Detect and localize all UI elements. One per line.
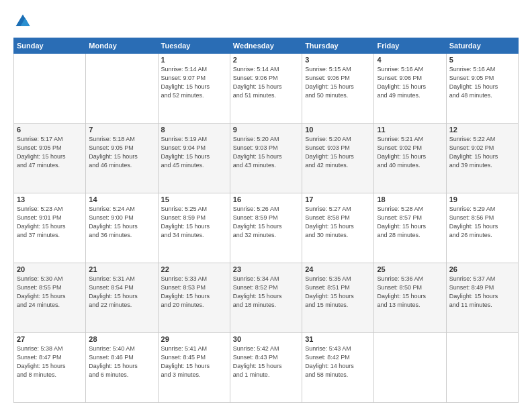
day-number: 20 [17, 265, 83, 273]
day-number: 28 [89, 335, 154, 343]
day-number: 21 [89, 265, 154, 273]
day-number: 15 [161, 195, 227, 203]
day-number: 24 [305, 265, 371, 273]
calendar-cell: 29Sunrise: 5:41 AM Sunset: 8:45 PM Dayli… [158, 333, 230, 403]
day-number: 30 [233, 335, 299, 343]
day-number: 19 [449, 195, 515, 203]
calendar-cell: 25Sunrise: 5:36 AM Sunset: 8:50 PM Dayli… [374, 263, 446, 333]
calendar-cell: 10Sunrise: 5:20 AM Sunset: 9:03 PM Dayli… [302, 124, 374, 193]
page: SundayMondayTuesdayWednesdayThursdayFrid… [0, 0, 532, 411]
day-info: Sunrise: 5:41 AM Sunset: 8:45 PM Dayligh… [161, 345, 227, 379]
calendar-cell: 7Sunrise: 5:18 AM Sunset: 9:05 PM Daylig… [86, 124, 158, 193]
calendar-body: 1Sunrise: 5:14 AM Sunset: 9:07 PM Daylig… [14, 54, 519, 403]
day-number: 14 [89, 195, 154, 203]
calendar-cell: 31Sunrise: 5:43 AM Sunset: 8:42 PM Dayli… [302, 333, 374, 403]
day-info: Sunrise: 5:31 AM Sunset: 8:54 PM Dayligh… [89, 275, 154, 310]
day-number: 4 [377, 56, 443, 64]
day-number: 13 [17, 195, 83, 203]
weekday-header-row: SundayMondayTuesdayWednesdayThursdayFrid… [14, 38, 519, 54]
day-number: 5 [449, 56, 515, 64]
calendar-cell: 20Sunrise: 5:30 AM Sunset: 8:55 PM Dayli… [14, 263, 86, 333]
weekday-header-friday: Friday [374, 38, 446, 54]
calendar-cell: 23Sunrise: 5:34 AM Sunset: 8:52 PM Dayli… [230, 263, 302, 333]
day-info: Sunrise: 5:20 AM Sunset: 9:03 PM Dayligh… [305, 135, 371, 170]
weekday-header-monday: Monday [86, 38, 158, 54]
calendar-cell: 6Sunrise: 5:17 AM Sunset: 9:05 PM Daylig… [14, 124, 86, 193]
day-info: Sunrise: 5:21 AM Sunset: 9:02 PM Dayligh… [377, 135, 443, 170]
day-info: Sunrise: 5:36 AM Sunset: 8:50 PM Dayligh… [377, 275, 443, 310]
calendar-cell: 15Sunrise: 5:25 AM Sunset: 8:59 PM Dayli… [158, 193, 230, 263]
day-info: Sunrise: 5:24 AM Sunset: 9:00 PM Dayligh… [89, 205, 154, 240]
day-number: 11 [377, 126, 443, 134]
day-number: 29 [161, 335, 227, 343]
calendar-cell: 5Sunrise: 5:16 AM Sunset: 9:05 PM Daylig… [446, 54, 518, 124]
day-number: 31 [305, 335, 371, 343]
day-info: Sunrise: 5:16 AM Sunset: 9:05 PM Dayligh… [449, 65, 515, 100]
day-info: Sunrise: 5:40 AM Sunset: 8:46 PM Dayligh… [89, 345, 154, 379]
day-number: 3 [305, 56, 371, 64]
calendar-cell: 8Sunrise: 5:19 AM Sunset: 9:04 PM Daylig… [158, 124, 230, 193]
day-info: Sunrise: 5:17 AM Sunset: 9:05 PM Dayligh… [17, 135, 83, 170]
calendar-cell: 4Sunrise: 5:16 AM Sunset: 9:06 PM Daylig… [374, 54, 446, 124]
day-info: Sunrise: 5:19 AM Sunset: 9:04 PM Dayligh… [161, 135, 227, 170]
day-info: Sunrise: 5:38 AM Sunset: 8:47 PM Dayligh… [17, 345, 83, 379]
day-number: 12 [449, 126, 515, 134]
calendar-cell: 11Sunrise: 5:21 AM Sunset: 9:02 PM Dayli… [374, 124, 446, 193]
week-row-4: 20Sunrise: 5:30 AM Sunset: 8:55 PM Dayli… [14, 263, 519, 333]
day-info: Sunrise: 5:37 AM Sunset: 8:49 PM Dayligh… [449, 275, 515, 310]
calendar-cell: 24Sunrise: 5:35 AM Sunset: 8:51 PM Dayli… [302, 263, 374, 333]
day-info: Sunrise: 5:18 AM Sunset: 9:05 PM Dayligh… [89, 135, 154, 170]
day-info: Sunrise: 5:34 AM Sunset: 8:52 PM Dayligh… [233, 275, 299, 310]
day-number: 9 [233, 126, 299, 134]
calendar-cell: 1Sunrise: 5:14 AM Sunset: 9:07 PM Daylig… [158, 54, 230, 124]
day-number: 6 [17, 126, 83, 134]
day-number: 23 [233, 265, 299, 273]
day-number: 7 [89, 126, 154, 134]
day-number: 25 [377, 265, 443, 273]
day-info: Sunrise: 5:16 AM Sunset: 9:06 PM Dayligh… [377, 65, 443, 100]
day-info: Sunrise: 5:30 AM Sunset: 8:55 PM Dayligh… [17, 275, 83, 310]
calendar-cell [446, 333, 518, 403]
calendar-cell [86, 54, 158, 124]
week-row-2: 6Sunrise: 5:17 AM Sunset: 9:05 PM Daylig… [14, 124, 519, 193]
calendar-cell: 12Sunrise: 5:22 AM Sunset: 9:02 PM Dayli… [446, 124, 518, 193]
calendar-cell: 27Sunrise: 5:38 AM Sunset: 8:47 PM Dayli… [14, 333, 86, 403]
calendar-cell: 21Sunrise: 5:31 AM Sunset: 8:54 PM Dayli… [86, 263, 158, 333]
calendar-cell: 19Sunrise: 5:29 AM Sunset: 8:56 PM Dayli… [446, 193, 518, 263]
day-info: Sunrise: 5:14 AM Sunset: 9:06 PM Dayligh… [233, 65, 299, 100]
calendar-cell: 2Sunrise: 5:14 AM Sunset: 9:06 PM Daylig… [230, 54, 302, 124]
weekday-header-saturday: Saturday [446, 38, 518, 54]
day-number: 22 [161, 265, 227, 273]
weekday-header-tuesday: Tuesday [158, 38, 230, 54]
calendar-cell: 9Sunrise: 5:20 AM Sunset: 9:03 PM Daylig… [230, 124, 302, 193]
day-info: Sunrise: 5:20 AM Sunset: 9:03 PM Dayligh… [233, 135, 299, 170]
calendar-cell: 26Sunrise: 5:37 AM Sunset: 8:49 PM Dayli… [446, 263, 518, 333]
calendar-cell: 30Sunrise: 5:42 AM Sunset: 8:43 PM Dayli… [230, 333, 302, 403]
calendar-cell: 3Sunrise: 5:15 AM Sunset: 9:06 PM Daylig… [302, 54, 374, 124]
weekday-header-thursday: Thursday [302, 38, 374, 54]
calendar-cell [14, 54, 86, 124]
calendar-cell: 13Sunrise: 5:23 AM Sunset: 9:01 PM Dayli… [14, 193, 86, 263]
day-info: Sunrise: 5:23 AM Sunset: 9:01 PM Dayligh… [17, 205, 83, 240]
calendar-cell [374, 333, 446, 403]
logo [13, 12, 35, 31]
weekday-header-sunday: Sunday [14, 38, 86, 54]
week-row-1: 1Sunrise: 5:14 AM Sunset: 9:07 PM Daylig… [14, 54, 519, 124]
day-number: 26 [449, 265, 515, 273]
day-number: 16 [233, 195, 299, 203]
day-number: 1 [161, 56, 227, 64]
calendar-cell: 16Sunrise: 5:26 AM Sunset: 8:59 PM Dayli… [230, 193, 302, 263]
day-info: Sunrise: 5:28 AM Sunset: 8:57 PM Dayligh… [377, 205, 443, 240]
day-number: 27 [17, 335, 83, 343]
day-info: Sunrise: 5:14 AM Sunset: 9:07 PM Dayligh… [161, 65, 227, 100]
calendar-cell: 17Sunrise: 5:27 AM Sunset: 8:58 PM Dayli… [302, 193, 374, 263]
day-info: Sunrise: 5:26 AM Sunset: 8:59 PM Dayligh… [233, 205, 299, 240]
day-info: Sunrise: 5:35 AM Sunset: 8:51 PM Dayligh… [305, 275, 371, 310]
day-info: Sunrise: 5:15 AM Sunset: 9:06 PM Dayligh… [305, 65, 371, 100]
calendar-cell: 28Sunrise: 5:40 AM Sunset: 8:46 PM Dayli… [86, 333, 158, 403]
day-number: 10 [305, 126, 371, 134]
day-number: 2 [233, 56, 299, 64]
logo-icon [13, 12, 32, 31]
day-info: Sunrise: 5:33 AM Sunset: 8:53 PM Dayligh… [161, 275, 227, 310]
week-row-5: 27Sunrise: 5:38 AM Sunset: 8:47 PM Dayli… [14, 333, 519, 403]
